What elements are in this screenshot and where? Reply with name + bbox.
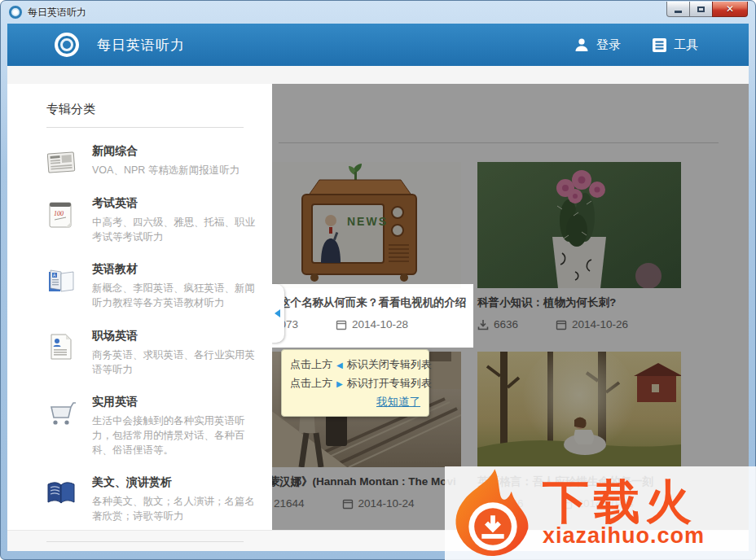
close-button[interactable]: ✕ bbox=[712, 2, 748, 17]
minimize-button[interactable] bbox=[666, 2, 690, 17]
publish-date: 2014-10-26 bbox=[572, 318, 628, 330]
exam-pad-icon: 100 bbox=[45, 198, 77, 230]
xiazaihuo-watermark: 下载火 xiazaihuo.com bbox=[445, 466, 756, 560]
sidebar-item-essays[interactable]: 美文、演讲赏析 各种美文、散文；名人演讲；名篇名著欣赏；诗歌等听力 bbox=[42, 475, 272, 523]
tooltip-confirm-link[interactable]: 我知道了 bbox=[376, 396, 420, 408]
sidebar-collapse-toggle[interactable] bbox=[272, 284, 284, 343]
tooltip-line-2: 点击上方 ▶ 标识打开专辑列表 bbox=[290, 376, 420, 391]
title-bar[interactable]: 每日英语听力 bbox=[1, 1, 755, 24]
user-icon bbox=[574, 37, 590, 53]
album-title: 电视这个名称从何而来？看看电视机的介绍 bbox=[272, 295, 461, 310]
tools-button[interactable]: 工具 bbox=[652, 37, 698, 53]
album-thumbnail-tv: NEWS bbox=[272, 162, 461, 288]
album-title: 科普小知识：植物为何长刺? bbox=[477, 295, 681, 310]
tutorial-tooltip: 点击上方 ◀ 标识关闭专辑列表 点击上方 ▶ 标识打开专辑列表 我知道了 bbox=[281, 349, 429, 417]
window-title: 每日英语听力 bbox=[28, 6, 86, 20]
close-icon: ✕ bbox=[726, 4, 734, 14]
svg-text:NEWS: NEWS bbox=[347, 215, 388, 228]
login-button[interactable]: 登录 bbox=[574, 37, 621, 53]
open-book-icon bbox=[45, 477, 77, 510]
app-window: 每日英语听力 ✕ 每日英语听力 登录 工具 专辑分类 bbox=[0, 0, 756, 560]
album-list-panel: NEWS 电视这个名称从何而来？看看电视机的介绍 4073 2014-10-28 bbox=[272, 84, 749, 530]
sidebar-item-news[interactable]: 新闻综合 VOA、NPR 等精选新闻报道听力 bbox=[42, 144, 272, 178]
publish-date: 2014-10-28 bbox=[352, 318, 408, 330]
divider bbox=[46, 541, 244, 542]
maximize-icon bbox=[697, 7, 705, 12]
album-thumbnail-cactus bbox=[477, 162, 681, 288]
resume-icon bbox=[45, 330, 77, 363]
download-count: 21644 bbox=[274, 497, 305, 510]
tools-label: 工具 bbox=[674, 37, 698, 53]
app-header: 每日英语听力 登录 工具 bbox=[7, 24, 749, 66]
login-label: 登录 bbox=[596, 37, 621, 53]
watermark-brand: 下载火 bbox=[543, 479, 705, 525]
calendar-icon bbox=[342, 498, 354, 510]
sidebar-item-textbook[interactable]: A 英语教材 新概念、李阳英语、疯狂英语、新闻听力教程等各方英语教材听力 bbox=[42, 262, 272, 310]
sidebar-item-exam[interactable]: 100 考试英语 中高考、四六级、雅思、托福、职业考试等考试听力 bbox=[42, 196, 272, 244]
publish-date: 2014-10-24 bbox=[358, 497, 415, 510]
app-title: 每日英语听力 bbox=[97, 36, 185, 55]
divider bbox=[46, 127, 244, 128]
collapse-arrow-icon bbox=[275, 309, 280, 317]
download-count-icon bbox=[477, 319, 489, 330]
svg-text:100: 100 bbox=[54, 210, 64, 217]
tooltip-line-1: 点击上方 ◀ 标识关闭专辑列表 bbox=[290, 357, 420, 372]
calendar-icon bbox=[336, 319, 347, 330]
download-count: 6636 bbox=[494, 318, 518, 330]
app-logo-icon bbox=[55, 33, 79, 57]
newspaper-icon bbox=[45, 146, 77, 178]
flame-download-icon bbox=[445, 467, 541, 560]
album-thumbnail-girl bbox=[477, 352, 681, 467]
sidebar: 专辑分类 新闻综合 VOA、NPR 等精选新闻报道听力 100 考试英语 中高考… bbox=[7, 84, 272, 530]
textbook-icon: A bbox=[45, 264, 77, 296]
maximize-button[interactable] bbox=[690, 2, 712, 17]
arrow-left-icon: ◀ bbox=[336, 361, 343, 370]
divider bbox=[279, 142, 719, 143]
sidebar-section-title: 专辑分类 bbox=[46, 102, 272, 117]
minimize-icon bbox=[675, 11, 682, 13]
album-card[interactable]: 科普小知识：植物为何长刺? 6636 2014-10-26 bbox=[477, 162, 681, 330]
calendar-icon bbox=[556, 319, 567, 330]
album-title: 《蒙汉娜》(Hannah Montan : The Movi bbox=[272, 475, 461, 489]
album-card[interactable]: NEWS 电视这个名称从何而来？看看电视机的介绍 4073 2014-10-28 bbox=[272, 162, 461, 330]
arrow-right-icon: ▶ bbox=[336, 379, 343, 388]
tools-icon bbox=[652, 37, 667, 53]
sidebar-item-practical[interactable]: 实用英语 生活中会接触到的各种实用英语听力，包括常用的情景对话、各种百科、俗语俚… bbox=[42, 395, 272, 457]
cart-icon bbox=[45, 396, 77, 429]
sidebar-item-workplace[interactable]: 职场英语 商务英语、求职英语、各行业实用英语等听力 bbox=[42, 329, 272, 377]
watermark-domain: xiazaihuo.com bbox=[543, 523, 705, 549]
app-icon bbox=[9, 6, 22, 19]
